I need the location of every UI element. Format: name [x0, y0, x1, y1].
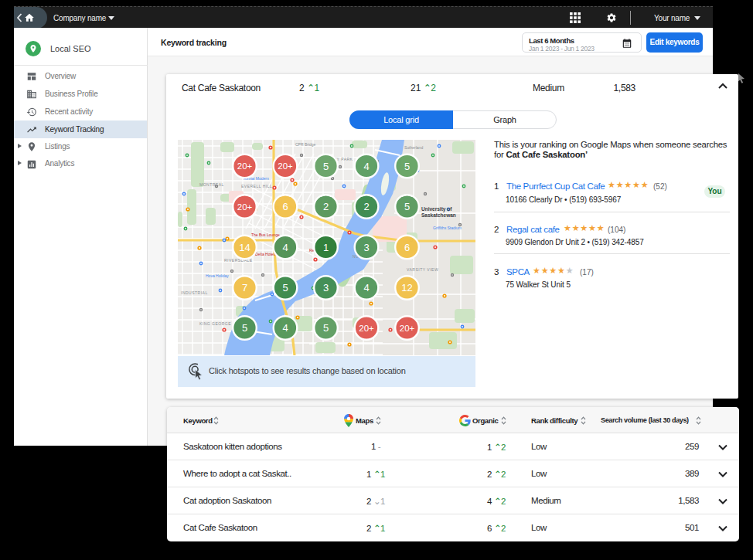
svg-text:1: 1 — [323, 242, 329, 253]
svg-text:5: 5 — [404, 201, 410, 212]
svg-text:2: 2 — [363, 201, 369, 212]
svg-text:3: 3 — [323, 282, 329, 294]
svg-text:EVERELL HILL: EVERELL HILL — [241, 184, 272, 188]
svg-text:4: 4 — [363, 161, 369, 172]
svg-text:5: 5 — [242, 322, 247, 334]
svg-text:5: 5 — [404, 161, 410, 172]
svg-text:14: 14 — [239, 242, 250, 253]
svg-text:20+: 20+ — [359, 324, 374, 333]
svg-text:Delta Hotels: Delta Hotels — [255, 252, 277, 256]
svg-text:12: 12 — [401, 282, 412, 294]
svg-text:University of: University of — [421, 206, 452, 212]
svg-text:6: 6 — [404, 242, 410, 253]
svg-text:20+: 20+ — [400, 324, 415, 333]
svg-text:5: 5 — [323, 322, 329, 334]
svg-text:20+: 20+ — [237, 202, 253, 212]
svg-text:2: 2 — [323, 201, 329, 212]
svg-text:Griffiths Stadium: Griffiths Stadium — [433, 226, 462, 230]
svg-text:4: 4 — [282, 322, 288, 334]
svg-text:Sutherland: Sutherland — [404, 145, 423, 150]
svg-text:3: 3 — [363, 242, 369, 253]
svg-text:7: 7 — [242, 282, 247, 294]
svg-text:5: 5 — [323, 161, 329, 172]
svg-text:5: 5 — [282, 282, 288, 294]
svg-text:4: 4 — [282, 242, 288, 253]
svg-text:CPR Bridge: CPR Bridge — [295, 142, 316, 147]
svg-text:Saskatchewan: Saskatchewan — [421, 212, 456, 218]
svg-text:KING GEORGE: KING GEORGE — [199, 321, 231, 326]
svg-text:20+: 20+ — [278, 161, 293, 171]
svg-text:6: 6 — [282, 201, 288, 212]
svg-text:MONTREAL: MONTREAL — [199, 182, 224, 187]
svg-text:INDUSTRIAL: INDUSTRIAL — [181, 290, 208, 295]
svg-text:The Bus Lounge: The Bus Lounge — [251, 232, 280, 237]
svg-text:20+: 20+ — [237, 161, 253, 171]
svg-text:4: 4 — [363, 282, 369, 294]
svg-text:Hova Holiday: Hova Holiday — [206, 273, 229, 278]
svg-text:VARSITY VIEW: VARSITY VIEW — [407, 267, 438, 272]
